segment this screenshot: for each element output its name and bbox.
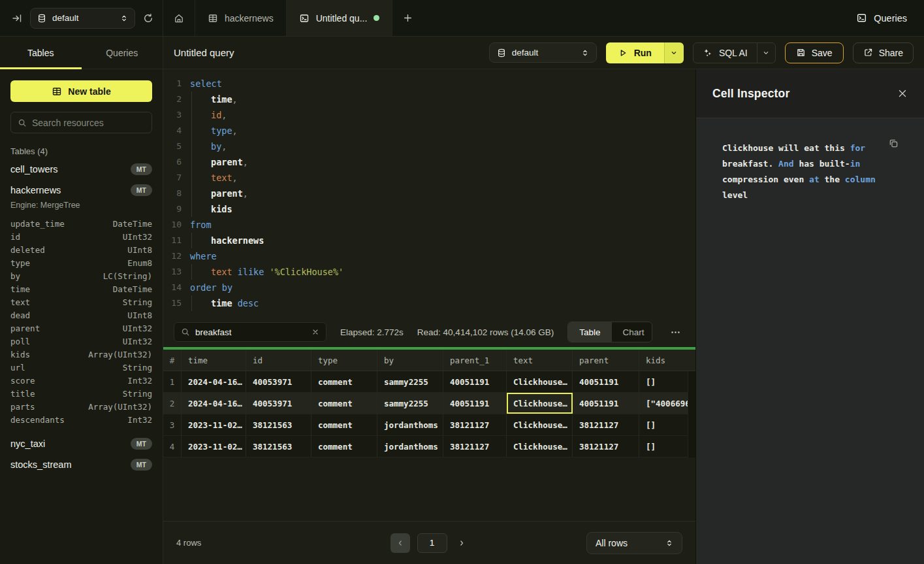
scrollbar-gutter[interactable] [688,371,695,457]
sql-ai-options-button[interactable] [757,43,775,63]
table-cell[interactable]: 2023-11-02… [182,436,246,457]
sidebar-item-nyc-taxi[interactable]: nyc_taxi MT [0,432,163,453]
table-cell[interactable]: comment [311,436,377,457]
table-cell[interactable]: comment [311,414,377,435]
table-cell[interactable]: 38121127 [573,414,639,435]
table-cell[interactable]: 2023-11-02… [182,414,246,435]
table-row[interactable]: 32023-11-02…38121563commentjordanthoms38… [163,414,695,436]
run-options-button[interactable] [664,42,684,63]
column-header-by[interactable]: by [377,350,443,371]
column-row[interactable]: kidsArray(UInt32) [10,348,152,361]
column-row[interactable]: byLC(String) [10,270,152,283]
table-cell[interactable]: Clickhouse… [507,371,573,392]
table-row[interactable]: 42023-11-02…38121563commentjordanthoms38… [163,436,695,457]
query-database-selector[interactable]: default [489,42,597,63]
results-search[interactable] [174,322,327,342]
queries-button[interactable]: Queries [856,0,924,36]
table-cell[interactable]: 38121127 [443,436,507,457]
table-cell[interactable]: 40053971 [246,371,311,392]
editor-line[interactable]: 7text, [163,170,695,186]
sidebar-tab-tables[interactable]: Tables [0,37,82,69]
column-header-id[interactable]: id [246,350,311,371]
editor-line[interactable]: 15time desc [163,295,695,311]
table-cell[interactable]: 40053971 [246,393,311,414]
tab-home[interactable] [163,0,195,36]
close-icon[interactable] [897,88,908,99]
tab-hackernews[interactable]: hackernews [195,0,287,36]
next-page-button[interactable] [454,539,469,547]
table-cell[interactable]: 40051191 [573,371,639,392]
refresh-icon[interactable] [143,13,153,24]
editor-line[interactable]: 2time, [163,91,695,107]
editor-line[interactable]: 13text ilike '%ClickHouse%' [163,264,695,280]
new-tab-button[interactable] [392,0,422,36]
editor-line[interactable]: 9kids [163,201,695,217]
share-button[interactable]: Share [853,42,914,63]
table-cell[interactable]: jordanthoms [377,414,443,435]
view-toggle-chart[interactable]: Chart [612,322,653,342]
table-cell[interactable]: Clickhouse… [507,436,573,457]
column-header-parent_1[interactable]: parent_1 [443,350,507,371]
sidebar-item-stocks-stream[interactable]: stocks_stream MT [0,453,163,474]
table-cell[interactable]: 2024-04-16… [182,393,246,414]
save-button[interactable]: Save [785,42,844,63]
column-header-parent[interactable]: parent [573,350,639,371]
sidebar-tab-queries[interactable]: Queries [82,37,163,69]
editor-line[interactable]: 3id, [163,107,695,123]
column-row[interactable]: partsArray(UInt32) [10,401,152,414]
column-row[interactable]: timeDateTime [10,283,152,296]
column-row[interactable]: parentUInt32 [10,322,152,335]
table-cell[interactable]: comment [311,371,377,392]
run-button[interactable]: Run [606,42,664,63]
more-options-icon[interactable] [666,327,685,338]
editor-line[interactable]: 6parent, [163,154,695,170]
collapse-sidebar-icon[interactable] [12,13,22,24]
table-cell[interactable]: jordanthoms [377,436,443,457]
editor-line[interactable]: 10from [163,217,695,233]
column-row[interactable]: titleString [10,388,152,401]
database-selector[interactable]: default [30,8,135,29]
clear-search-icon[interactable] [311,328,319,336]
column-row[interactable]: typeEnum8 [10,257,152,270]
column-row[interactable]: deadUInt8 [10,309,152,322]
editor-line[interactable]: 5by, [163,139,695,154]
table-cell[interactable]: 38121127 [573,436,639,457]
table-cell[interactable]: sammy2255 [377,371,443,392]
editor-line[interactable]: 12where [163,248,695,264]
sidebar-item-hackernews[interactable]: hackernews MT [0,178,163,199]
column-row[interactable]: idUInt32 [10,231,152,244]
column-row[interactable]: urlString [10,361,152,374]
results-search-input[interactable] [195,327,306,337]
sql-ai-button[interactable]: SQL AI [693,43,757,63]
table-cell[interactable]: 40051191 [443,371,507,392]
editor-line[interactable]: 11hackernews [163,233,695,248]
table-cell[interactable]: 38121563 [246,414,311,435]
column-header-time[interactable]: time [182,350,246,371]
table-cell[interactable]: 40051191 [443,393,507,414]
table-row[interactable]: 22024-04-16…40053971commentsammy22554005… [163,393,695,414]
editor-line[interactable]: 8parent, [163,186,695,201]
sql-editor[interactable]: 1select2time,3id,4type,5by,6parent,7text… [163,69,695,317]
table-cell[interactable]: Clickhouse… [507,414,573,435]
page-size-selector[interactable]: All rows [586,532,682,554]
table-cell[interactable]: 2024-04-16… [182,371,246,392]
resource-search[interactable] [10,112,152,133]
table-cell[interactable]: 38121127 [443,414,507,435]
column-row[interactable]: descendantsInt32 [10,414,152,427]
column-row[interactable]: deletedUInt8 [10,244,152,257]
resource-search-input[interactable] [32,118,145,128]
editor-line[interactable]: 4type, [163,123,695,139]
column-row[interactable]: pollUInt32 [10,335,152,348]
prev-page-button[interactable] [390,533,410,553]
column-row[interactable]: scoreInt32 [10,374,152,388]
column-row[interactable]: update_timeDateTime [10,218,152,231]
view-toggle-table[interactable]: Table [568,322,611,342]
table-cell[interactable]: comment [311,393,377,414]
sidebar-item-cell-towers[interactable]: cell_towers MT [0,158,163,178]
copy-icon[interactable] [888,138,899,149]
table-cell[interactable]: 38121563 [246,436,311,457]
column-header-num[interactable]: # [163,350,182,371]
tab-untitled-query[interactable]: Untitled qu... [287,0,393,36]
editor-line[interactable]: 14order by [163,280,695,295]
column-row[interactable]: textString [10,296,152,309]
